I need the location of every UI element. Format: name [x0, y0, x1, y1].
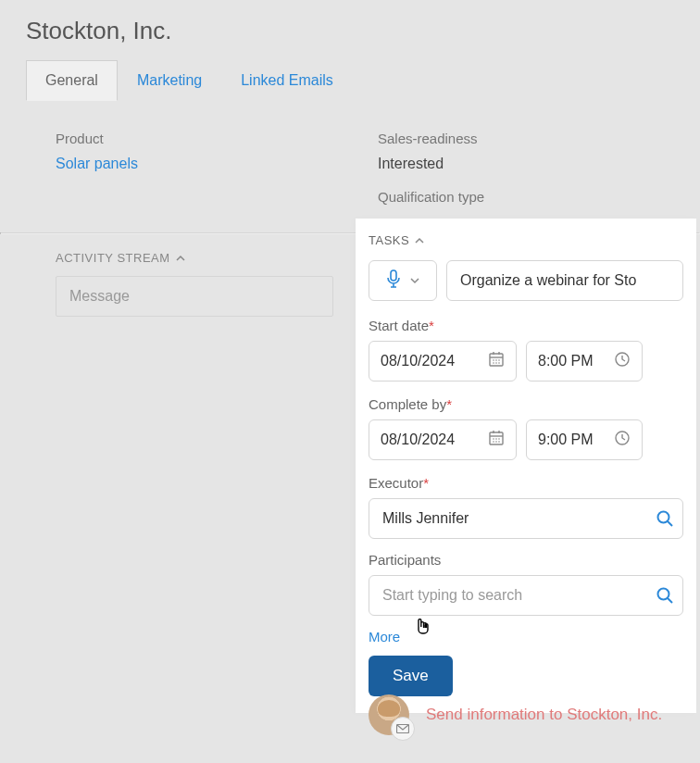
svg-point-16	[493, 438, 494, 440]
calendar-icon	[488, 430, 505, 450]
save-button[interactable]: Save	[369, 656, 453, 696]
search-icon[interactable]	[656, 509, 674, 528]
product-value[interactable]: Solar panels	[56, 156, 378, 172]
svg-point-19	[493, 441, 494, 443]
executor-input[interactable]	[369, 498, 683, 539]
activity-item: Send information to Stockton, Inc.	[369, 694, 681, 735]
qualification-label: Qualification type	[378, 189, 700, 205]
executor-label: Executor*	[369, 475, 683, 491]
chevron-up-icon	[176, 254, 185, 263]
svg-point-8	[493, 362, 494, 364]
svg-point-9	[495, 362, 497, 364]
readiness-label: Sales-readiness	[378, 131, 700, 146]
start-time-value: 8:00 PM	[538, 353, 594, 369]
voice-input-button[interactable]	[369, 260, 437, 301]
clock-icon	[614, 430, 631, 450]
complete-time-input[interactable]: 9:00 PM	[526, 419, 643, 460]
avatar	[369, 694, 409, 735]
svg-line-26	[668, 598, 672, 603]
page-title: Stockton, Inc.	[26, 17, 674, 45]
svg-point-7	[498, 359, 500, 361]
readiness-value: Interested	[378, 156, 700, 172]
complete-date-input[interactable]: 08/10/2024	[369, 419, 517, 460]
tasks-heading-label: TASKS	[369, 233, 409, 247]
complete-date-value: 08/10/2024	[381, 432, 455, 448]
chevron-up-icon	[415, 236, 424, 245]
activity-link[interactable]: Send information to Stockton, Inc.	[426, 705, 662, 726]
svg-point-23	[658, 512, 669, 523]
tasks-panel: TASKS Organize a webinar for Sto Start d…	[356, 219, 696, 713]
svg-rect-0	[391, 270, 396, 281]
tab-bar: General Marketing Linked Emails	[26, 60, 674, 101]
svg-line-24	[668, 521, 672, 526]
start-date-input[interactable]: 08/10/2024	[369, 341, 517, 382]
tab-general[interactable]: General	[26, 60, 118, 101]
svg-point-17	[495, 438, 497, 440]
svg-point-5	[493, 359, 494, 361]
start-time-input[interactable]: 8:00 PM	[526, 341, 643, 382]
complete-by-label: Complete by*	[369, 396, 683, 412]
svg-point-25	[658, 589, 669, 600]
product-label: Product	[56, 131, 378, 146]
microphone-icon	[386, 269, 401, 292]
svg-point-6	[495, 359, 497, 361]
tab-marketing[interactable]: Marketing	[118, 60, 221, 101]
calendar-icon	[488, 351, 505, 371]
activity-stream-heading-label: ACTIVITY STREAM	[56, 251, 170, 265]
participants-input[interactable]	[369, 575, 683, 616]
more-link[interactable]: More	[369, 629, 400, 644]
svg-point-20	[495, 441, 497, 443]
svg-point-18	[498, 438, 500, 440]
start-date-label: Start date*	[369, 318, 683, 333]
svg-point-21	[498, 441, 500, 443]
mail-icon	[391, 717, 415, 741]
complete-time-value: 9:00 PM	[538, 432, 594, 448]
task-title-value: Organize a webinar for Sto	[460, 272, 636, 289]
task-title-input[interactable]: Organize a webinar for Sto	[446, 260, 683, 301]
message-input[interactable]	[56, 276, 333, 317]
start-date-value: 08/10/2024	[381, 353, 455, 369]
clock-icon	[614, 351, 631, 371]
tab-linked-emails[interactable]: Linked Emails	[221, 60, 353, 101]
svg-point-10	[498, 362, 500, 364]
chevron-down-icon	[410, 272, 419, 289]
search-icon[interactable]	[656, 586, 674, 605]
participants-label: Participants	[369, 552, 683, 568]
tasks-heading[interactable]: TASKS	[369, 233, 683, 247]
